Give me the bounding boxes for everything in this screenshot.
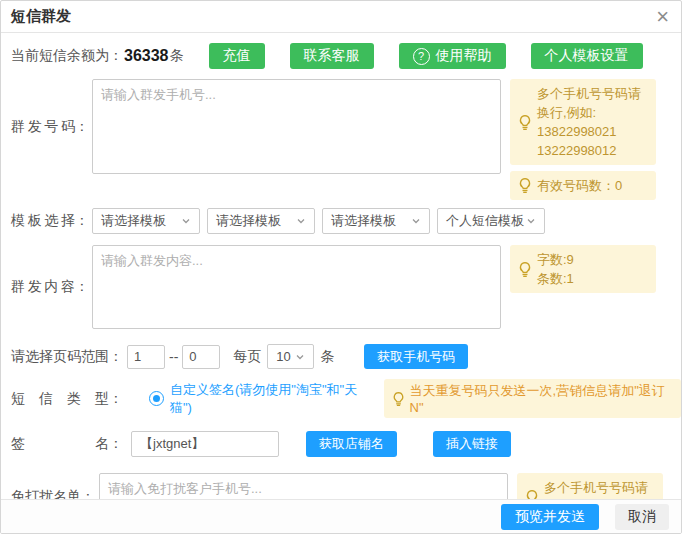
bulk-numbers-colon: ： xyxy=(75,118,89,136)
contact-support-label: 联系客服 xyxy=(304,47,360,65)
bulk-numbers-row: 群发号码： 多个手机号号码请换行,例如: 13822998021 1322299… xyxy=(1,79,681,200)
sms-type-colon: ： xyxy=(109,390,123,408)
template-select-1-value: 请选择模板 xyxy=(101,212,166,230)
preview-send-button[interactable]: 预览并发送 xyxy=(501,504,599,530)
help-button-label: 使用帮助 xyxy=(436,47,492,65)
lightbulb-icon xyxy=(391,391,406,407)
sms-type-labelwrap: 短信类型： xyxy=(11,390,123,408)
insert-link-label: 插入链接 xyxy=(446,435,498,453)
chevron-down-icon xyxy=(181,216,191,226)
cancel-label: 取消 xyxy=(628,508,656,526)
cancel-button[interactable]: 取消 xyxy=(615,504,669,530)
preview-send-label: 预览并发送 xyxy=(515,508,585,526)
template-select-3[interactable]: 请选择模板 xyxy=(322,208,430,234)
recharge-button[interactable]: 充值 xyxy=(209,43,265,69)
get-shop-name-label: 获取店铺名 xyxy=(319,435,384,453)
sms-bulk-send-dialog: 短信群发 × 当前短信余额为： 36338 条 充值 联系客服 ? 使用帮助 个… xyxy=(0,0,682,534)
page-range-labelwrap: 请选择页码范围： xyxy=(11,348,123,366)
personal-template-button[interactable]: 个人模板设置 xyxy=(531,43,643,69)
template-select-2-value: 请选择模板 xyxy=(216,212,281,230)
dialog-title: 短信群发 xyxy=(11,7,71,26)
balance-amount: 36338 xyxy=(123,47,170,65)
template-select-personal-value: 个人短信模板 xyxy=(446,212,524,230)
content-tips: 字数:9 条数:1 xyxy=(510,245,656,293)
page-range-row: 请选择页码范围： -- 每页 10 条 获取手机号码 xyxy=(1,344,681,369)
sms-type-label: 短信类型 xyxy=(11,390,109,408)
lightbulb-icon xyxy=(517,177,533,194)
bulk-numbers-label: 群发号码 xyxy=(11,118,75,136)
balance-unit: 条 xyxy=(170,47,184,65)
page-to-input[interactable] xyxy=(182,345,220,369)
duplicate-warning-text: 当天重复号码只发送一次,营销信息请加"退订N" xyxy=(410,382,674,415)
balance-prefix: 当前短信余额为： xyxy=(11,47,123,65)
char-count-tip: 字数:9 条数:1 xyxy=(510,245,656,293)
per-page-select[interactable]: 10 xyxy=(267,344,314,369)
lightbulb-icon xyxy=(517,114,533,131)
lightbulb-icon xyxy=(517,261,533,278)
template-select-row: 模板选择： 请选择模板 请选择模板 请选择模板 个人短信模板 xyxy=(1,208,681,234)
get-shop-name-button[interactable]: 获取店铺名 xyxy=(306,431,397,457)
bulk-content-colon: ： xyxy=(75,278,89,296)
personal-template-label: 个人模板设置 xyxy=(545,47,629,65)
page-from-input[interactable] xyxy=(127,345,165,369)
fetch-numbers-label: 获取手机号码 xyxy=(377,348,455,366)
example-number-1: 13822998021 xyxy=(537,124,617,139)
signature-label: 签名 xyxy=(11,435,109,453)
bulk-content-row: 群发内容： 字数:9 条数:1 xyxy=(1,245,681,329)
template-select-1[interactable]: 请选择模板 xyxy=(92,208,200,234)
bulk-numbers-textarea[interactable] xyxy=(92,79,501,174)
per-page-value: 10 xyxy=(276,349,290,364)
chevron-down-icon xyxy=(526,216,536,226)
multi-number-tip-text: 多个手机号号码请换行,例如: 13822998021 13222998012 xyxy=(537,84,649,160)
template-label: 模板选择 xyxy=(11,212,75,230)
signature-row: 签名： 获取店铺名 插入链接 xyxy=(1,431,681,457)
template-select-2[interactable]: 请选择模板 xyxy=(207,208,315,234)
bulk-content-textarea[interactable] xyxy=(92,245,501,329)
chevron-down-icon xyxy=(296,216,306,226)
per-page-unit: 条 xyxy=(320,348,334,366)
multi-number-tip: 多个手机号号码请换行,例如: 13822998021 13222998012 xyxy=(510,79,656,165)
contact-support-button[interactable]: 联系客服 xyxy=(290,43,374,69)
chevron-down-icon xyxy=(411,216,421,226)
dialog-footer: 预览并发送 取消 xyxy=(1,499,681,533)
dialog-header: 短信群发 × xyxy=(1,1,681,33)
template-labelwrap: 模板选择： xyxy=(11,212,89,230)
sms-type-row: 短信类型： 自定义签名(请勿使用"淘宝"和"天猫") 当天重复号码只发送一次,营… xyxy=(1,379,681,418)
signature-colon: ： xyxy=(109,435,123,453)
char-count: 字数:9 xyxy=(537,252,574,267)
custom-signature-radio-label[interactable]: 自定义签名(请勿使用"淘宝"和"天猫") xyxy=(170,381,376,417)
bulk-numbers-labelwrap: 群发号码： xyxy=(11,79,89,174)
close-icon[interactable]: × xyxy=(656,7,669,27)
bulk-numbers-tips: 多个手机号号码请换行,例如: 13822998021 13222998012 有… xyxy=(510,79,656,200)
signature-labelwrap: 签名： xyxy=(11,435,123,453)
template-selects: 请选择模板 请选择模板 请选择模板 个人短信模板 xyxy=(92,208,552,234)
signature-input[interactable] xyxy=(131,431,279,457)
chevron-down-icon xyxy=(295,352,305,362)
template-colon: ： xyxy=(75,212,89,230)
example-number-2: 13222998012 xyxy=(537,143,617,158)
msg-count: 条数:1 xyxy=(537,271,574,286)
duplicate-warning-tip: 当天重复号码只发送一次,营销信息请加"退订N" xyxy=(384,379,681,418)
valid-count-text: 有效号码数：0 xyxy=(537,176,622,195)
question-mark-icon: ? xyxy=(413,48,430,65)
custom-signature-radio[interactable] xyxy=(149,391,164,406)
recharge-button-label: 充值 xyxy=(223,47,251,65)
valid-count-tip: 有效号码数：0 xyxy=(510,171,656,200)
char-count-text: 字数:9 条数:1 xyxy=(537,250,574,288)
page-range-dash: -- xyxy=(169,349,178,365)
balance-row: 当前短信余额为： 36338 条 充值 联系客服 ? 使用帮助 个人模板设置 xyxy=(1,33,681,69)
help-button[interactable]: ? 使用帮助 xyxy=(399,43,506,69)
template-select-personal[interactable]: 个人短信模板 xyxy=(437,208,545,234)
fetch-numbers-button[interactable]: 获取手机号码 xyxy=(364,344,468,369)
bulk-content-label: 群发内容 xyxy=(11,278,75,296)
per-page-label: 每页 xyxy=(233,348,261,366)
template-select-3-value: 请选择模板 xyxy=(331,212,396,230)
bulk-content-labelwrap: 群发内容： xyxy=(11,245,89,329)
page-range-colon: ： xyxy=(109,348,123,366)
page-range-label: 请选择页码范围 xyxy=(11,348,109,366)
insert-link-button[interactable]: 插入链接 xyxy=(433,431,511,457)
